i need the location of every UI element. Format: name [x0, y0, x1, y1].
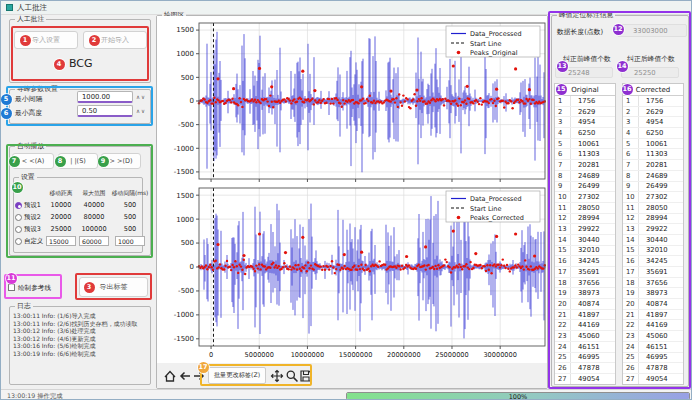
- preset-value-input[interactable]: 60000: [79, 236, 109, 246]
- table-row[interactable]: 824689: [623, 171, 683, 182]
- table-row[interactable]: 2345060: [555, 331, 615, 342]
- preset-value: 10000: [45, 201, 77, 209]
- annotation-badge-5: 5: [1, 94, 12, 105]
- table-row[interactable]: 2345060: [623, 331, 683, 342]
- spin-down-icon[interactable]: ∨: [141, 108, 146, 114]
- preset-radio[interactable]: [15, 238, 22, 245]
- svg-text:Peaks_Corrected: Peaks_Corrected: [470, 214, 524, 222]
- table-row[interactable]: 824689: [555, 171, 615, 182]
- table-row[interactable]: 1027302: [623, 192, 683, 203]
- table-row[interactable]: 2040874: [623, 299, 683, 310]
- log-output[interactable]: 13:00:11 Info: (1/6)导入完成13:00:11 Info: (…: [13, 312, 147, 380]
- svg-text:500: 500: [181, 74, 194, 82]
- table-row[interactable]: 611303: [555, 149, 615, 160]
- table-row[interactable]: 1128050: [555, 203, 615, 214]
- table-row[interactable]: 11756: [555, 96, 615, 107]
- table-row[interactable]: 1634245: [623, 256, 683, 267]
- table-row[interactable]: 2446151: [623, 342, 683, 353]
- table-row[interactable]: 1938973: [555, 288, 615, 299]
- min-interval-spinner-icons[interactable]: ∧∨: [136, 94, 146, 100]
- table-row[interactable]: 1837656: [623, 278, 683, 289]
- zoom-icon[interactable]: [285, 369, 299, 383]
- preset-radio[interactable]: [15, 214, 22, 221]
- table-row[interactable]: 1938973: [623, 288, 683, 299]
- table-row[interactable]: 2141897: [555, 310, 615, 321]
- preset-value: 100000: [77, 225, 111, 233]
- table-row[interactable]: 2040874: [555, 299, 615, 310]
- table-row[interactable]: 11756: [623, 96, 683, 107]
- min-interval-input[interactable]: 1000.00: [77, 91, 133, 103]
- table-row[interactable]: 2446151: [555, 342, 615, 353]
- table-row[interactable]: 2244169: [623, 320, 683, 331]
- data-length-label: 数据长度(点数): [557, 27, 603, 37]
- draw-reference-checkbox[interactable]: [8, 284, 15, 291]
- table-row[interactable]: 1735691: [623, 267, 683, 278]
- spin-down-icon[interactable]: ∨: [141, 94, 146, 100]
- log-line: 13:00:11 Info: (1/6)导入完成: [13, 312, 147, 320]
- window-title: 人工批注: [17, 3, 47, 13]
- chart-top[interactable]: -1500-1000-500050010001500Data_Processed…: [157, 19, 547, 183]
- table-row[interactable]: 2546995: [623, 353, 683, 364]
- home-icon[interactable]: [163, 369, 177, 383]
- table-row[interactable]: 34954: [623, 117, 683, 128]
- preset-header-row: 移动距离 最大范围 移动间隔(ms): [15, 187, 149, 199]
- table-row[interactable]: 2749054: [623, 374, 683, 385]
- pan-icon[interactable]: [270, 369, 284, 383]
- back-icon[interactable]: [178, 369, 192, 383]
- table-row[interactable]: 510061: [555, 139, 615, 150]
- table-row[interactable]: 926499: [623, 182, 683, 193]
- table-row[interactable]: 2647878: [623, 363, 683, 374]
- min-interval-label: 最小间隔: [15, 94, 42, 104]
- table-row[interactable]: 510061: [623, 139, 683, 150]
- annotation-badge-9: 9: [98, 156, 109, 167]
- table-row[interactable]: 1430440: [623, 235, 683, 246]
- table-row[interactable]: 1634245: [555, 256, 615, 267]
- log-line: 13:00:16 Info: (5/6)绘制完成: [13, 342, 147, 350]
- table-row[interactable]: 720281: [623, 160, 683, 171]
- chart-bottom[interactable]: -1500-1000-50005001000150005000000100000…: [157, 184, 547, 362]
- table-row[interactable]: 46250: [623, 128, 683, 139]
- table-row[interactable]: 1228994: [555, 214, 615, 225]
- preset-value-input[interactable]: 1000: [115, 236, 145, 246]
- table-row[interactable]: 46250: [555, 128, 615, 139]
- table-row[interactable]: 1329922: [623, 224, 683, 235]
- table-row[interactable]: 22629: [623, 107, 683, 118]
- save-icon[interactable]: [299, 369, 313, 383]
- svg-text:20000000: 20000000: [387, 351, 421, 359]
- svg-text:-1500: -1500: [174, 168, 194, 176]
- preset-value-input[interactable]: 15000: [46, 236, 76, 246]
- table-row[interactable]: 1228994: [623, 214, 683, 225]
- table-row[interactable]: 1128050: [623, 203, 683, 214]
- table-row[interactable]: 1430440: [555, 235, 615, 246]
- log-line: 13:00:11 Info: (2/6)找到历史存档，成功读取: [13, 320, 147, 328]
- table-row[interactable]: 22629: [555, 107, 615, 118]
- preset-radio[interactable]: [15, 202, 22, 209]
- table-row[interactable]: 1837656: [555, 278, 615, 289]
- preset-radio[interactable]: [15, 226, 22, 233]
- table-row[interactable]: 34954: [555, 117, 615, 128]
- preset-label: 预设2: [24, 213, 41, 222]
- table-row[interactable]: 2244169: [555, 320, 615, 331]
- table-row[interactable]: 611303: [623, 149, 683, 160]
- table-row[interactable]: 1329922: [555, 224, 615, 235]
- table-row[interactable]: 720281: [555, 160, 615, 171]
- annotation-badge-13: 13: [557, 61, 568, 72]
- min-height-label: 最小高度: [15, 108, 42, 118]
- min-height-input[interactable]: 0.50: [77, 105, 133, 117]
- table-row[interactable]: 1027302: [555, 192, 615, 203]
- table-row[interactable]: 1532010: [555, 246, 615, 257]
- table-row[interactable]: 926499: [555, 182, 615, 193]
- min-height-spinner-icons[interactable]: ∧∨: [136, 108, 146, 114]
- table-row[interactable]: 2749054: [555, 374, 615, 385]
- table-row[interactable]: 2141897: [623, 310, 683, 321]
- table-row[interactable]: 2546995: [555, 353, 615, 364]
- progress-bar: 100%: [346, 392, 690, 400]
- table-row[interactable]: 1532010: [623, 246, 683, 257]
- table-row[interactable]: 1735691: [555, 267, 615, 278]
- svg-text:Peaks_Original: Peaks_Original: [470, 49, 518, 57]
- batch-edit-labels-button[interactable]: 批量更改标签(Z): [208, 367, 266, 384]
- table-row[interactable]: 2647878: [555, 363, 615, 374]
- svg-text:Data_Processed: Data_Processed: [470, 195, 522, 203]
- annotation-badge-15: 15: [556, 84, 567, 95]
- svg-text:Start Line: Start Line: [470, 205, 502, 213]
